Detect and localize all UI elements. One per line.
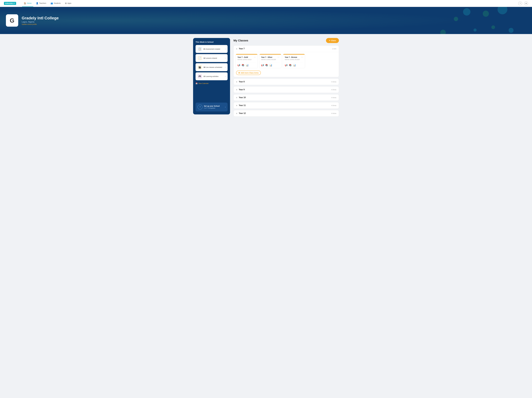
live-classes-chevron: › [225,66,226,68]
year8-name: Year 8 [239,81,331,83]
setup-chevron: › [225,106,226,108]
school-name: Gradely Intl College [22,16,59,20]
logo-text: GRADELY [4,2,16,5]
lessons-text: 12 Lessons shared [203,57,223,59]
logo[interactable]: GRADELY [4,2,16,5]
learning-count: 13 [203,75,205,77]
year9-name: Year 9 [239,89,331,91]
class-group-year11: ∨ Year 11 4 Arms [234,102,339,109]
arm-gold-menu[interactable]: ··· [254,56,256,58]
class-group-year12: ∨ Year 12 4 Arms [234,110,339,117]
arm-silver-chart-icon[interactable]: 📊 [269,64,272,67]
apps-icon: ⊞ [65,2,67,4]
main-content: This Week in School 📋 21 Assessment crea… [187,34,345,122]
year11-header[interactable]: ∨ Year 11 4 Arms [234,102,339,109]
arm-bronze-book-icon[interactable]: 📚 [289,64,292,67]
update-profile-link[interactable]: Update school profile [22,23,37,25]
live-classes-label: Live classes scheduled [206,66,222,68]
arm-gold-actions: 📢 📚 📊 [237,63,256,67]
setup-text: Set up your School 1 of 7 Completed [204,105,223,109]
stat-learning[interactable]: 🎮 13 Learning activities › [196,72,228,80]
add-arm-row: ⊕ Add more Class Arms [234,69,339,77]
nav-home[interactable]: 🏠 Home [22,0,33,7]
arm-bronze-megaphone-icon[interactable]: 📢 [285,64,287,67]
school-location: Lagos, Nigeria [22,21,59,23]
add-arm-label: Add more Class Arms [241,72,259,74]
arm-silver-header: Year 7 - Silver ··· [261,56,279,58]
school-logo: G [6,14,18,27]
arm-year7-bronze[interactable]: Year 7 - Bronze ··· ODUSC-2/JSS1-SILVER … [283,54,305,68]
class-group-year10: ∨ Year 10 4 Arms [234,94,339,101]
year9-header[interactable]: ∨ Year 9 4 Arms [234,86,339,93]
home-icon: 🏠 [24,2,26,4]
year8-header[interactable]: ∨ Year 8 4 Arms [234,79,339,85]
stat-assessments[interactable]: 📋 21 Assessment created › [196,45,228,53]
arm-gold-book-icon[interactable]: 📚 [242,64,244,67]
arm-gold-header: Year 7 - Gold ··· [237,56,256,58]
year10-name: Year 10 [239,96,331,99]
year11-name: Year 11 [239,104,331,106]
arm-gold-chart-icon[interactable]: 📊 [246,64,248,67]
arm-bronze-actions: 📢 📚 📊 [285,63,303,67]
bg-shape-4 [491,25,495,29]
bg-shape-7 [474,28,477,32]
nav-teachers[interactable]: 👤 Teachers [34,0,48,7]
classes-header: My Classes + Class [234,38,339,43]
setup-icon: ? [197,104,203,110]
settings-icon: ⚙ [525,2,527,4]
nav-teachers-label: Teachers [39,2,46,4]
arm-bronze-name: Year 7 - Bronze [285,56,297,58]
calendar-label: View Calender [198,83,209,84]
arm-silver-book-icon[interactable]: 📚 [265,64,268,67]
learning-chevron: › [225,75,226,77]
lessons-label: Lessons shared [206,57,217,59]
arm-silver-name: Year 7 - Silver [261,56,272,58]
year9-arms-count: 4 Arms [331,89,336,91]
arm-bronze-menu[interactable]: ··· [301,56,303,58]
nav-links: 🏠 Home 👤 Teachers 👥 Students ⊞ Apps [22,0,518,7]
lessons-icon: 📄 [197,56,202,60]
stat-lessons[interactable]: 📄 12 Lessons shared › [196,54,228,62]
year7-chevron-icon: ∧ [236,48,237,50]
assessment-icon: 📋 [197,47,202,51]
arm-silver-megaphone-icon[interactable]: 📢 [261,64,264,67]
nav-apps-label: Apps [67,2,71,4]
arm-year7-silver[interactable]: Year 7 - Silver ··· ODUSC-2/JSS1-SILVER … [259,54,281,68]
add-class-button[interactable]: + Class [326,38,339,43]
arm-gold-megaphone-icon[interactable]: 📢 [237,64,240,67]
year12-header[interactable]: ∨ Year 12 4 Arms [234,110,339,116]
year7-header[interactable]: ∧ Year 7 1 Arm [234,46,339,52]
setup-subtitle: 1 of 7 Completed [204,107,223,109]
classes-section: My Classes + Class ∧ Year 7 1 Arm Year 7 [234,38,339,118]
settings-button[interactable]: ⚙ [524,1,528,6]
year12-name: Year 12 [239,112,331,114]
year10-header[interactable]: ∨ Year 10 4 Arms [234,94,339,101]
arm-silver-menu[interactable]: ··· [278,56,279,58]
live-classes-count: 18 [203,66,205,68]
year8-arms-count: 4 Arms [331,81,336,83]
class-group-year9: ∨ Year 9 4 Arms [234,86,339,93]
class-group-year7: ∧ Year 7 1 Arm Year 7 - Gold ··· ODUSC-2… [234,46,339,77]
help-button[interactable]: ? [518,1,522,6]
learning-text: 13 Learning activities [203,75,223,77]
stat-live-classes[interactable]: 🎬 18 Live classes scheduled › [196,63,228,71]
year7-name: Year 7 [239,48,332,50]
view-calendar-link[interactable]: 📅 View Calender [196,83,228,84]
nav-apps[interactable]: ⊞ Apps [63,0,73,7]
nav-students[interactable]: 👥 Students [49,0,62,7]
lessons-count: 12 [203,57,205,59]
arm-year7-gold[interactable]: Year 7 - Gold ··· ODUSC-2/JSS1-GOLD 📢 📚 … [236,54,258,68]
arm-bronze-body: Year 7 - Bronze ··· ODUSC-2/JSS1-SILVER … [283,55,305,68]
class-group-year8: ∨ Year 8 4 Arms [234,78,339,85]
setup-card[interactable]: ? Set up your School 1 of 7 Completed › [196,103,228,111]
assessment-count: 21 [203,48,205,50]
add-arm-plus-icon: ⊕ [238,72,240,74]
school-initial: G [10,17,14,24]
arm-gold-name: Year 7 - Gold [237,56,248,58]
year8-chevron-icon: ∨ [236,81,237,83]
arm-gold-body: Year 7 - Gold ··· ODUSC-2/JSS1-GOLD 📢 📚 … [236,55,258,68]
arm-bronze-chart-icon[interactable]: 📊 [293,64,296,67]
hero-banner: G Gradely Intl College Lagos, Nigeria Up… [0,7,532,34]
add-arm-button[interactable]: ⊕ Add more Class Arms [236,71,261,75]
add-class-plus-icon: + [329,39,330,42]
